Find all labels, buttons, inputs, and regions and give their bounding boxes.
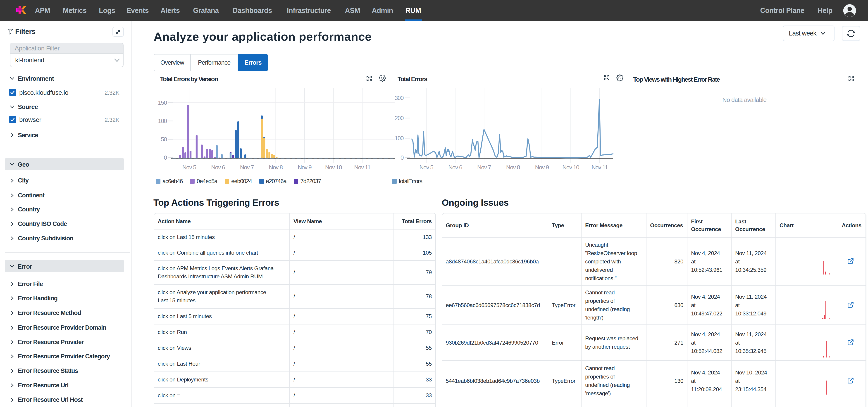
- svg-text:Nov 11: Nov 11: [591, 164, 608, 171]
- svg-text:100: 100: [158, 117, 167, 124]
- svg-text:Nov 6: Nov 6: [448, 164, 462, 171]
- svg-text:Nov 8: Nov 8: [269, 164, 283, 171]
- svg-text:0: 0: [164, 154, 167, 161]
- svg-text:Nov 10: Nov 10: [325, 164, 342, 171]
- svg-text:Nov 6: Nov 6: [211, 164, 225, 171]
- svg-text:Nov 11: Nov 11: [354, 164, 370, 171]
- svg-text:200: 200: [395, 115, 404, 122]
- svg-text:Nov 9: Nov 9: [535, 164, 549, 171]
- svg-text:Nov 5: Nov 5: [420, 164, 433, 171]
- svg-text:0: 0: [401, 154, 404, 161]
- svg-text:Nov 8: Nov 8: [506, 164, 520, 171]
- svg-text:Nov 7: Nov 7: [477, 164, 491, 171]
- svg-text:Nov 5: Nov 5: [182, 164, 196, 171]
- svg-text:50: 50: [161, 136, 167, 143]
- svg-text:150: 150: [158, 99, 167, 106]
- svg-text:100: 100: [395, 135, 404, 141]
- svg-text:Nov 9: Nov 9: [298, 164, 312, 171]
- svg-text:Nov 10: Nov 10: [562, 164, 579, 171]
- svg-text:Nov 7: Nov 7: [240, 164, 254, 171]
- svg-text:300: 300: [395, 95, 404, 101]
